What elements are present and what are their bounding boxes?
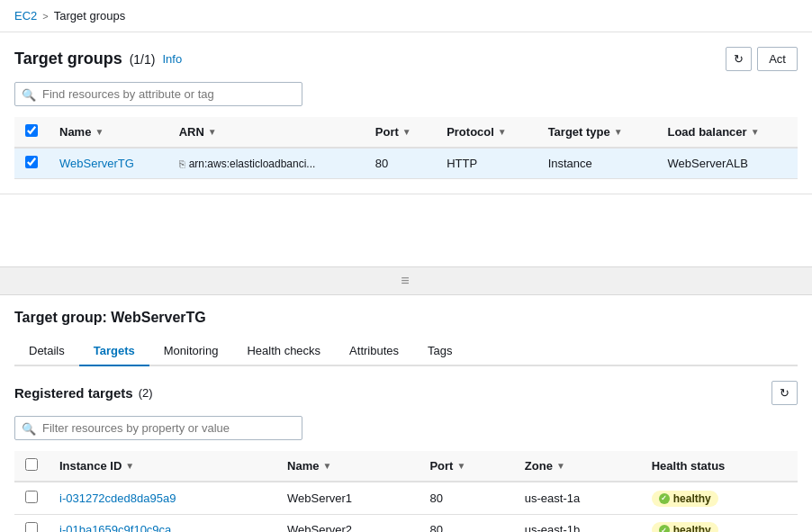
health-text-1: healthy <box>673 492 711 505</box>
refresh-button[interactable]: ↻ <box>726 47 752 71</box>
tab-tags[interactable]: Tags <box>413 337 466 366</box>
tab-targets[interactable]: Targets <box>79 337 149 366</box>
drag-handle-icon: ≡ <box>401 273 411 289</box>
instance-id-sort-icon: ▼ <box>125 461 134 471</box>
row-checkbox-cell <box>14 148 49 179</box>
tabs-container: Details Targets Monitoring Health checks… <box>14 337 798 366</box>
top-search-container: 🔍 <box>14 82 302 106</box>
targets-search-container: 🔍 <box>14 416 302 440</box>
reg-row1-instance-id: i-031272cded8da95a9 <box>49 482 276 514</box>
row-arn: ⎘ arn:aws:elasticloadbanci... <box>168 148 365 179</box>
col-port[interactable]: Port ▼ <box>365 117 436 148</box>
health-dot-2 <box>659 525 670 532</box>
health-text-2: healthy <box>673 524 711 532</box>
col-target-type[interactable]: Target type ▼ <box>537 117 657 148</box>
target-groups-table: Name ▼ ARN ▼ Port ▼ <box>14 117 798 179</box>
reg-name-sort-icon: ▼ <box>322 461 331 471</box>
protocol-sort-icon: ▼ <box>498 127 507 137</box>
targets-header-row: Instance ID ▼ Name ▼ Port ▼ <box>14 451 798 482</box>
targets-count: (2) <box>139 386 153 400</box>
panel-divider[interactable]: ≡ <box>0 266 812 295</box>
targets-refresh-button[interactable]: ↻ <box>771 381 798 405</box>
reg-row2-checkbox-cell <box>14 514 49 532</box>
col-arn[interactable]: ARN ▼ <box>168 117 365 148</box>
instance-id-link-1[interactable]: i-031272cded8da95a9 <box>59 491 176 505</box>
breadcrumb-separator: > <box>42 11 48 22</box>
panel-actions: ↻ Act <box>726 47 798 71</box>
health-dot-1 <box>659 493 670 504</box>
bottom-panel: Target group: WebServerTG Details Target… <box>0 295 812 366</box>
reg-row2-health: healthy <box>641 514 798 532</box>
row-port: 80 <box>365 148 436 179</box>
top-table-container: Name ▼ ARN ▼ Port ▼ <box>14 117 798 179</box>
breadcrumb-ec2-link[interactable]: EC2 <box>14 9 37 23</box>
top-panel-header: Target groups (1/1) Info ↻ Act <box>14 47 798 71</box>
col-protocol[interactable]: Protocol ▼ <box>436 117 537 148</box>
col-health-status[interactable]: Health status <box>641 451 798 482</box>
target-group-name-link[interactable]: WebServerTG <box>59 157 134 170</box>
reg-row2-instance-id: i-01ba1659c9f10c9ca <box>49 514 276 532</box>
targets-select-all-checkbox[interactable] <box>25 458 38 471</box>
tab-health-checks[interactable]: Health checks <box>232 337 335 366</box>
table-row: i-01ba1659c9f10c9ca WebServer2 80 us-eas… <box>14 514 798 532</box>
refresh-icon: ↻ <box>734 52 744 66</box>
select-all-checkbox[interactable] <box>25 124 38 137</box>
panel-info-link[interactable]: Info <box>162 52 182 66</box>
tab-details[interactable]: Details <box>14 337 79 366</box>
targets-header-checkbox-cell <box>14 451 49 482</box>
panel-title: Target groups (1/1) Info <box>14 50 182 68</box>
targets-title: Registered targets <box>14 385 133 401</box>
reg-row1-health: healthy <box>641 482 798 514</box>
row-name: WebServerTG <box>49 148 168 179</box>
copy-icon: ⎘ <box>179 158 185 169</box>
breadcrumb: EC2 > Target groups <box>0 0 812 32</box>
reg-row1-checkbox-cell <box>14 482 49 514</box>
col-zone[interactable]: Zone ▼ <box>514 451 641 482</box>
load-balancer-sort-icon: ▼ <box>751 127 760 137</box>
targets-search-input[interactable] <box>14 416 302 440</box>
reg-row2-port: 80 <box>419 514 513 532</box>
name-sort-icon: ▼ <box>95 127 104 137</box>
breadcrumb-current: Target groups <box>54 9 126 23</box>
col-reg-name[interactable]: Name ▼ <box>276 451 419 482</box>
reg-row1-name: WebServer1 <box>276 482 419 514</box>
health-badge-1: healthy <box>652 491 718 507</box>
table-row: WebServerTG ⎘ arn:aws:elasticloadbanci..… <box>14 148 798 179</box>
col-name[interactable]: Name ▼ <box>49 117 168 148</box>
reg-row2-zone: us-east-1b <box>514 514 641 532</box>
reg-row1-port: 80 <box>419 482 513 514</box>
actions-button[interactable]: Act <box>757 47 798 71</box>
table-header-row: Name ▼ ARN ▼ Port ▼ <box>14 117 798 148</box>
col-load-balancer[interactable]: Load balancer ▼ <box>656 117 798 148</box>
target-type-sort-icon: ▼ <box>614 127 623 137</box>
reg-row2-checkbox[interactable] <box>25 522 38 532</box>
targets-actions: ↻ <box>771 381 798 405</box>
tab-monitoring[interactable]: Monitoring <box>149 337 233 366</box>
reg-row2-name: WebServer2 <box>276 514 419 532</box>
instance-id-link-2[interactable]: i-01ba1659c9f10c9ca <box>59 523 171 532</box>
reg-row1-checkbox[interactable] <box>25 491 38 503</box>
col-instance-id[interactable]: Instance ID ▼ <box>49 451 276 482</box>
table-row: i-031272cded8da95a9 WebServer1 80 us-eas… <box>14 482 798 514</box>
targets-refresh-icon: ↻ <box>780 386 789 400</box>
targets-section: Registered targets (2) ↻ 🔍 Instan <box>0 366 812 532</box>
top-panel: Target groups (1/1) Info ↻ Act 🔍 <box>0 32 812 194</box>
col-reg-port[interactable]: Port ▼ <box>419 451 513 482</box>
reg-row1-zone: us-east-1a <box>514 482 641 514</box>
registered-targets-table: Instance ID ▼ Name ▼ Port ▼ <box>14 451 798 532</box>
row-protocol: HTTP <box>436 148 537 179</box>
reg-port-sort-icon: ▼ <box>456 461 465 471</box>
top-search-input[interactable] <box>14 82 302 106</box>
tab-attributes[interactable]: Attributes <box>335 337 413 366</box>
panel-title-text: Target groups <box>14 50 122 68</box>
bottom-panel-title: Target group: WebServerTG <box>14 310 798 326</box>
targets-header: Registered targets (2) ↻ <box>14 381 798 405</box>
header-checkbox-cell <box>14 117 49 148</box>
row-checkbox[interactable] <box>25 156 38 168</box>
targets-table-container: Instance ID ▼ Name ▼ Port ▼ <box>14 451 798 532</box>
row-load-balancer: WebServerALB <box>656 148 798 179</box>
arn-sort-icon: ▼ <box>208 127 217 137</box>
port-sort-icon: ▼ <box>402 127 411 137</box>
row-target-type: Instance <box>537 148 657 179</box>
panel-count: (1/1) <box>130 52 156 67</box>
